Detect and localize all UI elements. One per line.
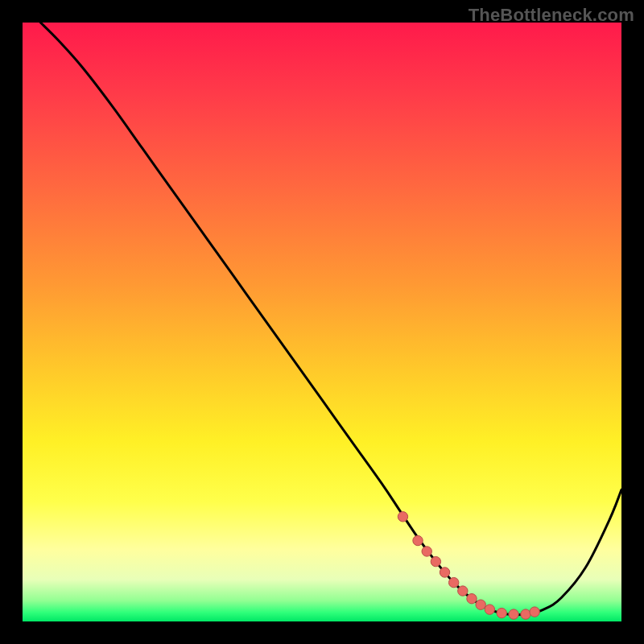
chart-svg (23, 23, 621, 621)
marker-dot (485, 605, 494, 614)
marker-dot (448, 577, 458, 587)
marker-dot (440, 568, 449, 577)
marker-dot (467, 594, 477, 604)
marker-dot (497, 608, 506, 617)
chart-plot (23, 23, 621, 621)
marker-dot (509, 609, 518, 619)
watermark-text: TheBottleneck.com (469, 5, 634, 26)
marker-dot (413, 535, 423, 545)
marker-dot (530, 607, 539, 617)
chart-frame: TheBottleneck.com (0, 0, 644, 644)
gradient-background (23, 23, 621, 621)
marker-dot (458, 586, 468, 596)
marker-dot (521, 609, 530, 619)
marker-dot (476, 600, 485, 609)
marker-dot (422, 547, 431, 556)
marker-dot (431, 556, 440, 566)
marker-dot (398, 512, 407, 522)
